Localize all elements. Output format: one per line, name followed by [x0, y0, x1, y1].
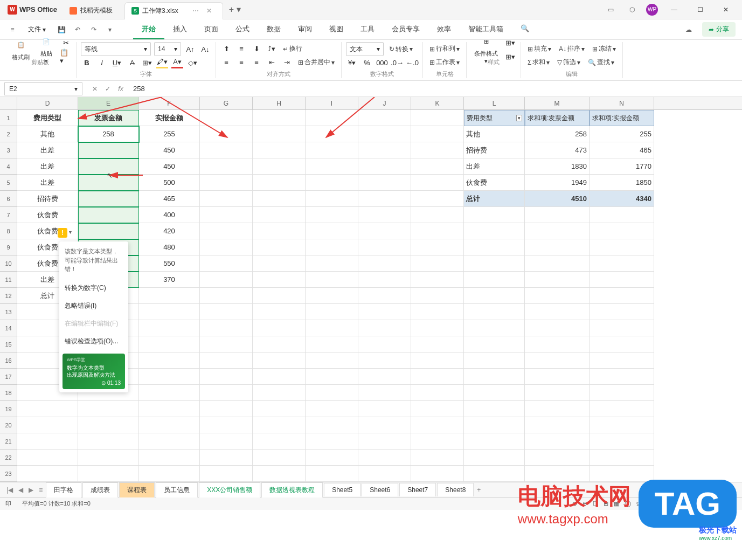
cell[interactable]: [464, 255, 525, 272]
cell[interactable]: [525, 272, 590, 288]
cell[interactable]: [200, 433, 253, 450]
cell[interactable]: [253, 207, 306, 223]
col-I[interactable]: I: [306, 97, 358, 109]
cell[interactable]: [525, 255, 590, 272]
cell[interactable]: [411, 272, 464, 288]
cell[interactable]: 1770: [590, 158, 654, 175]
pivot-filter-icon[interactable]: ▾: [516, 115, 522, 121]
cell[interactable]: [411, 255, 464, 272]
accept-formula-icon[interactable]: ✓: [102, 83, 114, 95]
cell[interactable]: [411, 369, 464, 385]
cell[interactable]: 400: [139, 207, 200, 223]
cell[interactable]: [306, 272, 358, 288]
indent-dec-icon[interactable]: ⇤: [266, 57, 278, 68]
cell[interactable]: [253, 239, 306, 255]
cell[interactable]: 出差: [17, 142, 78, 158]
view-break-icon[interactable]: ▦: [614, 500, 619, 507]
formula-input[interactable]: 258: [129, 85, 742, 93]
italic-button[interactable]: I: [96, 57, 108, 68]
cell[interactable]: [200, 450, 253, 466]
cell[interactable]: [590, 255, 654, 272]
number-format-selector[interactable]: 文本▾: [346, 42, 384, 56]
select-all-button[interactable]: [0, 97, 17, 109]
tab-close-icon[interactable]: ✕: [206, 7, 212, 15]
cell[interactable]: [200, 142, 253, 158]
cell[interactable]: [200, 320, 253, 336]
cell-style-icon[interactable]: ⊞▾: [504, 37, 516, 49]
zoom-out-icon[interactable]: ◯: [625, 500, 631, 507]
sheet-tab[interactable]: Sheet7: [399, 483, 436, 496]
avatar[interactable]: WP: [646, 4, 658, 16]
cell[interactable]: [200, 272, 253, 288]
cell[interactable]: [590, 401, 654, 417]
row-header[interactable]: 10: [0, 255, 17, 272]
dec-decimal-icon[interactable]: ←.0: [406, 57, 418, 68]
cell[interactable]: [200, 126, 253, 142]
cell[interactable]: 550: [139, 255, 200, 272]
cell[interactable]: [306, 142, 358, 158]
cell[interactable]: [358, 255, 411, 272]
cell[interactable]: 500: [139, 175, 200, 191]
cell[interactable]: 求和项:发票金额: [525, 110, 590, 126]
fill-button[interactable]: ⊞ 填充▾: [525, 43, 553, 54]
cell[interactable]: [590, 336, 654, 352]
cell[interactable]: [306, 255, 358, 272]
cell[interactable]: [411, 417, 464, 433]
cell[interactable]: [78, 175, 139, 191]
cell[interactable]: [358, 417, 411, 433]
cell[interactable]: [411, 142, 464, 158]
col-D[interactable]: D: [17, 97, 78, 109]
cell[interactable]: [306, 385, 358, 401]
row-header[interactable]: 18: [0, 385, 17, 401]
fullscreen-icon[interactable]: ⛶: [731, 501, 737, 507]
cell[interactable]: [253, 320, 306, 336]
cell[interactable]: [253, 417, 306, 433]
zoom-minus-icon[interactable]: −: [654, 501, 657, 507]
cell[interactable]: [358, 207, 411, 223]
border-button[interactable]: ⊞▾: [141, 57, 153, 68]
cell[interactable]: 465: [590, 142, 654, 158]
col-J[interactable]: J: [358, 97, 411, 109]
share-button[interactable]: ➦ 分享: [702, 22, 736, 37]
cell[interactable]: [306, 304, 358, 320]
row-header[interactable]: 7: [0, 207, 17, 223]
cell[interactable]: 费用类型▾: [464, 110, 525, 126]
row-header[interactable]: 20: [0, 417, 17, 433]
cell[interactable]: [590, 466, 654, 482]
cell[interactable]: [253, 288, 306, 304]
cell[interactable]: 出差: [464, 158, 525, 175]
cell[interactable]: [358, 320, 411, 336]
comma-icon[interactable]: 000: [376, 57, 388, 68]
cell[interactable]: [525, 239, 590, 255]
merge-center-button[interactable]: ⊞ 合并居中▾: [296, 57, 337, 68]
cell[interactable]: [139, 288, 200, 304]
row-header[interactable]: 1: [0, 110, 17, 126]
next-sheet-icon[interactable]: ▶: [26, 485, 36, 495]
row-header[interactable]: 22: [0, 450, 17, 466]
tab-page[interactable]: 页面: [196, 20, 227, 39]
cell[interactable]: [200, 466, 253, 482]
cell[interactable]: [253, 110, 306, 126]
minimize-button[interactable]: —: [664, 2, 684, 17]
cell[interactable]: [464, 401, 525, 417]
cell[interactable]: 求和项:实报金额: [590, 110, 654, 126]
cell[interactable]: [78, 207, 139, 223]
cell[interactable]: [464, 352, 525, 369]
row-header[interactable]: 17: [0, 369, 17, 385]
cell[interactable]: [139, 385, 200, 401]
row-header[interactable]: 5: [0, 175, 17, 191]
cell[interactable]: [525, 433, 590, 450]
cell[interactable]: [358, 191, 411, 207]
cell[interactable]: [525, 304, 590, 320]
cell[interactable]: [306, 320, 358, 336]
cell[interactable]: [306, 466, 358, 482]
sheet-tab[interactable]: 数据透视表教程: [261, 482, 323, 497]
cell[interactable]: [358, 175, 411, 191]
cell[interactable]: 其他: [464, 126, 525, 142]
cell[interactable]: [525, 450, 590, 466]
underline-button[interactable]: U▾: [111, 57, 123, 68]
cell[interactable]: [253, 466, 306, 482]
cell[interactable]: [306, 110, 358, 126]
sheet-tab[interactable]: XXX公司销售额: [199, 482, 260, 497]
cell[interactable]: [253, 385, 306, 401]
